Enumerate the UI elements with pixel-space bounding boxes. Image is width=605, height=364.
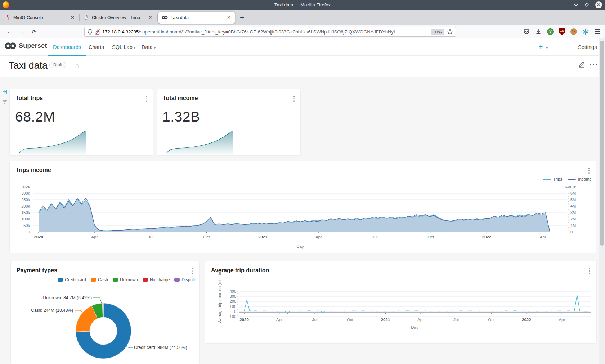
svg-text:2020: 2020 <box>34 235 43 239</box>
svg-text:Income: Income <box>562 184 576 188</box>
svg-text:Apr: Apr <box>540 235 546 239</box>
toolbar-extensions: uO <box>523 27 600 37</box>
svg-text:Oct: Oct <box>203 235 210 239</box>
kebab-menu-icon[interactable] <box>292 94 296 103</box>
page-zoom-badge[interactable]: 90% <box>431 29 444 35</box>
tab-separator <box>79 14 80 21</box>
svg-text:1M: 1M <box>570 223 576 228</box>
chevron-down-icon: ▾ <box>154 46 156 50</box>
new-item-button[interactable]: + ▾ <box>539 38 548 56</box>
svg-text:300k: 300k <box>21 191 30 195</box>
url-text[interactable]: 172.18.0.4:32295/superset/dashboard/1/?n… <box>102 29 428 35</box>
tab-taxi-data-active[interactable]: Taxi data ✕ <box>158 12 235 24</box>
url-bar[interactable]: 172.18.0.4:32295/superset/dashboard/1/?n… <box>84 27 456 37</box>
page-scrollbar[interactable] <box>599 38 605 364</box>
dashboard-more-menu-icon[interactable] <box>590 64 597 65</box>
svg-text:2021: 2021 <box>258 235 268 239</box>
reload-button[interactable]: ⟳ <box>30 27 39 37</box>
big-number-value: 68.2M <box>15 109 55 125</box>
bookmark-star-icon[interactable] <box>447 29 453 35</box>
svg-text:Day: Day <box>411 325 418 329</box>
svg-text:2020: 2020 <box>239 318 249 322</box>
callout-unknown: Unknown: 84.7M (6.42%) <box>32 295 92 300</box>
svg-text:Oct: Oct <box>427 235 434 239</box>
svg-text:Oct: Oct <box>488 318 495 322</box>
url-path: /superset/dashboard/1/?native_filters_ke… <box>139 29 395 35</box>
nav-item-charts[interactable]: Charts <box>89 38 104 56</box>
trend-sparkline <box>19 128 86 155</box>
tab-label: Cluster Overview - Trino <box>92 15 148 20</box>
svg-text:Oct: Oct <box>347 318 354 322</box>
filter-icon[interactable] <box>2 99 8 105</box>
window-close-button[interactable]: ✕ <box>595 1 602 8</box>
chart-title: Total trips <box>15 95 43 101</box>
nav-item-data[interactable]: Data▾ <box>142 38 156 56</box>
svg-text:Jul: Jul <box>372 235 378 239</box>
svg-text:0: 0 <box>28 230 30 234</box>
series <box>244 295 588 314</box>
cookie-icon[interactable] <box>570 28 577 35</box>
back-button[interactable]: ← <box>5 27 14 37</box>
pocket-icon[interactable] <box>523 28 530 35</box>
dashboard-body: Total trips 68.2M Total income 1.32B Tri… <box>0 77 605 364</box>
svg-text:400: 400 <box>230 289 236 294</box>
svg-text:Jul: Jul <box>453 318 459 322</box>
window-title: Taxi data — Mozilla Firefox <box>0 0 605 10</box>
nav-item-dashboards[interactable]: Dashboards <box>53 38 81 56</box>
brand-name: Superset <box>19 42 47 50</box>
svg-text:50k: 50k <box>23 223 30 228</box>
tab-label: Taxi data <box>171 15 226 20</box>
status-badge: Draft <box>49 62 66 68</box>
svg-text:250k: 250k <box>21 197 30 202</box>
consent-asterisk-icon[interactable] <box>582 28 589 35</box>
hamburger-menu-icon[interactable] <box>595 28 600 35</box>
avg-trip-duration-chart[interactable]: 4003002001000-100Average trip duration (… <box>205 261 596 343</box>
tab-cluster-overview-trino[interactable]: Cluster Overview - Trino ✕ <box>80 12 157 24</box>
card-total-trips: Total trips 68.2M <box>10 89 153 155</box>
svg-text:300: 300 <box>230 294 236 299</box>
forward-button[interactable]: → <box>17 27 27 37</box>
tab-close-icon[interactable]: ✕ <box>148 15 153 20</box>
edit-dashboard-icon[interactable] <box>578 61 585 69</box>
chevron-down-icon: ▾ <box>546 46 548 50</box>
minio-flamingo-icon <box>5 15 10 20</box>
tab-minio-console[interactable]: MinIO Console ✕ <box>2 12 79 24</box>
expand-filter-bar-icon[interactable] <box>2 89 8 96</box>
tab-close-icon[interactable]: ✕ <box>70 15 75 20</box>
svg-text:5M: 5M <box>570 197 576 202</box>
svg-text:Apr: Apr <box>315 235 322 239</box>
window-minimize-button[interactable] <box>574 4 578 6</box>
tracking-shield-icon[interactable] <box>88 29 93 35</box>
svg-text:100k: 100k <box>21 217 30 221</box>
kebab-menu-icon[interactable] <box>145 94 149 103</box>
window-titlebar[interactable]: Taxi data — Mozilla Firefox ✕ <box>0 0 605 10</box>
nav-item-sql-lab[interactable]: SQL Lab▾ <box>112 38 135 56</box>
download-icon[interactable] <box>535 28 542 35</box>
svg-text:Average trip duration (minute: Average trip duration (minute <box>218 272 222 323</box>
card-average-trip-duration: Average trip duration 4003002001000-100A… <box>205 261 596 343</box>
svg-text:2M: 2M <box>570 217 576 221</box>
svg-text:200k: 200k <box>21 204 30 208</box>
svg-text:Apr: Apr <box>559 318 565 322</box>
superset-infinity-icon <box>162 15 168 20</box>
svg-text:100: 100 <box>230 304 236 309</box>
svg-text:6M: 6M <box>570 191 576 195</box>
series <box>39 198 550 232</box>
svg-text:3M: 3M <box>570 210 576 215</box>
chart-title: Total income <box>163 95 198 101</box>
superset-brand[interactable]: Superset <box>4 42 47 50</box>
scrollbar-thumb[interactable] <box>600 41 604 246</box>
axes: 4003002001000-100Average trip duration (… <box>218 272 565 329</box>
card-trips-income: Trips income Trips Income 300k6M250k5M20… <box>10 161 596 253</box>
grid <box>238 291 591 317</box>
privacy-badger-icon[interactable] <box>547 28 554 35</box>
tab-close-icon[interactable]: ✕ <box>226 15 232 20</box>
insecure-lock-icon[interactable] <box>95 29 100 35</box>
settings-menu[interactable]: Settings ▾ <box>578 38 601 56</box>
trips-income-chart[interactable]: 300k6M250k5M200k4M150k3M100k2M50k1M00Tri… <box>10 161 596 253</box>
window-maximize-button[interactable] <box>584 2 590 8</box>
url-host: 172.18.0.4:32295 <box>102 29 139 35</box>
favorite-star-icon[interactable]: ☆ <box>74 62 80 69</box>
new-tab-button[interactable]: + <box>240 13 244 22</box>
ublock-origin-icon[interactable]: uO <box>559 28 565 35</box>
